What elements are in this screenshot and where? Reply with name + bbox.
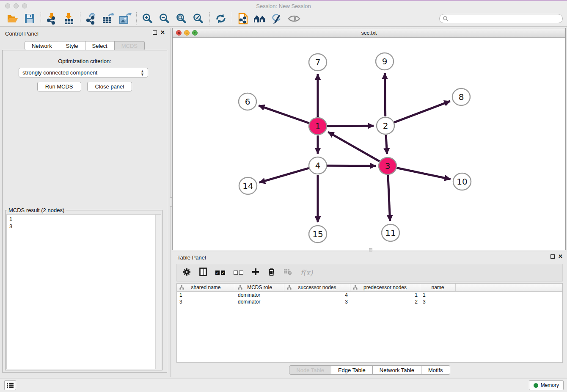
- delete-column-icon[interactable]: [268, 268, 275, 278]
- edge-3-1[interactable]: [328, 132, 380, 161]
- network-zoom-button[interactable]: +: [192, 30, 198, 36]
- zoom-fit-icon[interactable]: [173, 12, 190, 25]
- column-header-name[interactable]: name: [420, 284, 456, 291]
- table-cell[interactable]: 1: [420, 292, 456, 298]
- mcds-result-textarea[interactable]: 1 3: [6, 214, 161, 369]
- network-close-button[interactable]: ✕: [176, 30, 182, 36]
- export-image-icon[interactable]: [117, 12, 134, 25]
- close-panel-icon[interactable]: ✕: [160, 30, 165, 35]
- graph-node-1[interactable]: 1: [309, 118, 327, 135]
- close-panel-icon[interactable]: ✕: [558, 254, 563, 259]
- import-network-icon[interactable]: [44, 12, 61, 25]
- refresh-layout-icon[interactable]: [212, 12, 229, 25]
- tab-select[interactable]: Select: [85, 41, 115, 50]
- gear-icon[interactable]: [183, 268, 191, 278]
- mcds-panel: Optimization criterion: strongly connect…: [2, 50, 167, 373]
- tab-motifs[interactable]: Motifs: [421, 365, 450, 375]
- tab-network-table[interactable]: Network Table: [373, 365, 421, 375]
- edge-2-3[interactable]: [386, 135, 387, 154]
- graph-node-2[interactable]: 2: [377, 117, 394, 134]
- graph-node-4[interactable]: 4: [309, 157, 327, 174]
- edge-3-11[interactable]: [388, 175, 390, 221]
- float-panel-icon[interactable]: [550, 254, 555, 259]
- svg-text:6: 6: [245, 97, 250, 107]
- tab-network[interactable]: Network: [25, 41, 59, 50]
- tab-edge-table[interactable]: Edge Table: [331, 365, 373, 375]
- zoom-in-icon[interactable]: [139, 12, 156, 25]
- style-brush-icon[interactable]: [269, 12, 286, 25]
- zoom-selected-icon[interactable]: [190, 12, 207, 25]
- network-window-titlebar[interactable]: ✕ − + scc.txt: [173, 28, 565, 38]
- column-header-predecessor-nodes[interactable]: predecessor nodes: [350, 284, 420, 291]
- tab-node-table[interactable]: Node Table: [289, 365, 331, 375]
- edge-2-9[interactable]: [385, 73, 385, 116]
- table-cell[interactable]: 2: [350, 298, 420, 305]
- graph-node-10[interactable]: 10: [453, 173, 471, 190]
- graph-node-14[interactable]: 14: [239, 177, 257, 194]
- window-titlebar[interactable]: Session: New Session: [0, 1, 567, 11]
- table-row[interactable]: 3dominator323: [177, 298, 562, 305]
- memory-status-icon: [534, 383, 538, 388]
- column-layout-icon[interactable]: [199, 268, 207, 278]
- window-zoom-button[interactable]: [22, 3, 27, 8]
- export-network-icon[interactable]: [83, 12, 100, 25]
- new-network-from-file-icon[interactable]: [235, 12, 252, 25]
- first-neighbors-icon[interactable]: [252, 12, 269, 25]
- graph-node-7[interactable]: 7: [309, 54, 327, 71]
- memory-label: Memory: [541, 382, 559, 388]
- close-panel-button[interactable]: Close panel: [87, 82, 132, 91]
- tab-style[interactable]: Style: [59, 41, 85, 50]
- edge-4-14[interactable]: [259, 168, 309, 182]
- toolbar-search[interactable]: [439, 14, 563, 23]
- window-resize-handle[interactable]: [369, 248, 372, 251]
- result-scrollbar[interactable]: [155, 215, 161, 369]
- export-table-icon[interactable]: [100, 12, 117, 25]
- edge-2-8[interactable]: [394, 101, 450, 122]
- add-column-icon[interactable]: [252, 268, 259, 277]
- table-cell[interactable]: dominator: [235, 298, 284, 305]
- graph-node-8[interactable]: 8: [452, 88, 470, 105]
- window-close-button[interactable]: [5, 3, 10, 8]
- table-cell[interactable]: 3: [284, 298, 350, 305]
- table-cell[interactable]: 1: [350, 292, 420, 298]
- graph-node-3[interactable]: 3: [379, 157, 396, 174]
- open-file-icon[interactable]: [4, 12, 21, 25]
- table-row[interactable]: 1dominator411: [177, 292, 562, 298]
- eye-icon[interactable]: [286, 12, 303, 25]
- table-cell[interactable]: 3: [177, 298, 235, 305]
- tab-mcds[interactable]: MCDS: [115, 41, 145, 50]
- table-cell[interactable]: 1: [177, 292, 235, 298]
- table-cell[interactable]: 4: [284, 292, 350, 298]
- zoom-out-icon[interactable]: [156, 12, 173, 25]
- function-builder-icon[interactable]: f(x): [300, 268, 313, 277]
- edge-1-2[interactable]: [327, 126, 374, 126]
- network-minimize-button[interactable]: −: [184, 30, 190, 36]
- delete-table-icon[interactable]: [284, 268, 292, 277]
- search-input[interactable]: [449, 16, 559, 22]
- float-panel-icon[interactable]: [153, 30, 157, 35]
- memory-button[interactable]: Memory: [529, 380, 564, 390]
- graph-node-15[interactable]: 15: [309, 226, 327, 243]
- import-table-icon[interactable]: [61, 12, 77, 25]
- table-cell[interactable]: 3: [420, 298, 456, 305]
- save-session-icon[interactable]: [21, 12, 38, 25]
- edge-1-6[interactable]: [259, 105, 309, 123]
- edge-4-3[interactable]: [327, 166, 376, 166]
- select-all-icon[interactable]: ✓✓: [215, 271, 225, 275]
- graph-node-6[interactable]: 6: [239, 93, 256, 110]
- column-header-successor-nodes[interactable]: successor nodes: [284, 284, 350, 291]
- task-history-button[interactable]: [4, 380, 16, 390]
- criterion-dropdown[interactable]: strongly connected component ▲▼: [19, 68, 148, 77]
- table-cell[interactable]: dominator: [235, 292, 284, 298]
- edge-3-10[interactable]: [397, 168, 451, 179]
- deselect-all-icon[interactable]: [234, 271, 243, 275]
- graph-node-9[interactable]: 9: [376, 53, 394, 70]
- table-body: 1dominator4113dominator323: [177, 292, 562, 305]
- column-header-MCDS-role[interactable]: MCDS role: [235, 284, 284, 291]
- network-canvas[interactable]: 7968124314101511: [173, 38, 565, 250]
- run-mcds-button[interactable]: Run MCDS: [37, 82, 81, 91]
- graph-node-11[interactable]: 11: [382, 224, 399, 241]
- mcds-result-values: 1 3: [7, 215, 161, 231]
- column-header-shared-name[interactable]: shared name: [177, 284, 235, 291]
- window-minimize-button[interactable]: [14, 3, 19, 8]
